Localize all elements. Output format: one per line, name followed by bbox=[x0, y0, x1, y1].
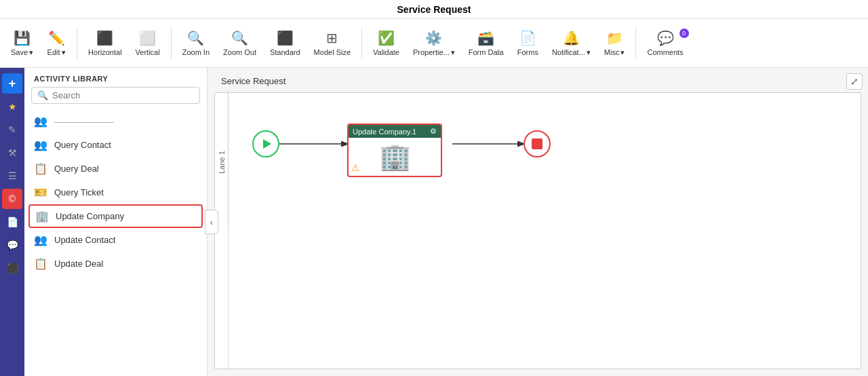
sidebar-add-button[interactable]: + bbox=[2, 73, 22, 94]
zoom-in-button[interactable]: 🔍 Zoom In bbox=[177, 27, 215, 59]
properties-label: Propertie... ▾ bbox=[413, 48, 455, 57]
flow-diagram: Update Company.1 ⚙ ⚠ 🏢 bbox=[229, 93, 861, 369]
update-deal-icon: 📋 bbox=[34, 257, 47, 270]
icon-sidebar: + ★ ✎ ⚒ ☰ © 📄 💬 ⬛ bbox=[0, 68, 24, 376]
properties-button[interactable]: ⚙️ Propertie... ▾ bbox=[408, 27, 460, 60]
toolbar: 💾 Save ▾ ✏️ Edit ▾ ⬛ Horizontal ⬜ Vertic… bbox=[0, 19, 868, 68]
notifications-label: Notificat... ▾ bbox=[552, 48, 591, 57]
query-ticket-label: Query Ticket bbox=[54, 187, 104, 198]
toolbar-divider-2 bbox=[171, 27, 172, 60]
sidebar-tools-icon[interactable]: ⚒ bbox=[2, 143, 22, 163]
form-data-icon: 🗃️ bbox=[477, 30, 494, 46]
form-data-label: Form Data bbox=[469, 48, 504, 56]
standard-icon: ⬛ bbox=[277, 30, 294, 46]
misc-dropdown-icon: ▾ bbox=[620, 48, 625, 57]
model-size-button[interactable]: ⊞ Model Size bbox=[309, 27, 356, 59]
sidebar-circle-icon[interactable]: © bbox=[2, 189, 22, 209]
list-item-update-deal[interactable]: 📋 Update Deal bbox=[24, 252, 207, 276]
comments-label: Comments bbox=[647, 48, 683, 56]
horizontal-button[interactable]: ⬛ Horizontal bbox=[83, 27, 127, 59]
collapse-panel-button[interactable]: ‹ bbox=[205, 210, 218, 234]
flow-end-node[interactable] bbox=[524, 130, 551, 157]
notifications-button[interactable]: 🔔 Notificat... ▾ bbox=[547, 27, 596, 60]
zoom-out-icon: 🔍 bbox=[231, 30, 248, 46]
expand-icon: ⤢ bbox=[850, 76, 859, 87]
list-item-update-contact[interactable]: 👥 Update Contact bbox=[24, 228, 207, 252]
app-title-bar: Service Request bbox=[0, 0, 868, 19]
item-label: ———————— bbox=[54, 117, 114, 126]
validate-button[interactable]: ✅ Validate bbox=[368, 27, 405, 59]
end-node-inner bbox=[532, 138, 542, 149]
app-title: Service Request bbox=[397, 4, 471, 15]
node-gear-icon[interactable]: ⚙ bbox=[430, 127, 437, 136]
toolbar-divider-1 bbox=[77, 27, 77, 60]
sidebar-doc-icon[interactable]: 📄 bbox=[2, 212, 22, 232]
list-item-update-company[interactable]: 🏢 Update Company bbox=[28, 204, 203, 228]
query-ticket-icon: 🎫 bbox=[34, 186, 47, 199]
standard-button[interactable]: ⬛ Standard bbox=[264, 27, 306, 59]
notifications-icon: 🔔 bbox=[563, 30, 580, 46]
update-contact-label: Update Contact bbox=[54, 235, 115, 245]
misc-icon: 📁 bbox=[606, 30, 623, 46]
vertical-button[interactable]: ⬜ Vertical bbox=[130, 27, 165, 59]
update-company-icon: 🏢 bbox=[35, 210, 49, 223]
sidebar-msg-icon[interactable]: 💬 bbox=[2, 235, 22, 255]
toolbar-divider-3 bbox=[361, 27, 362, 60]
activity-library-panel: ACTIVITY LIBRARY 🔍 👥 ———————— 👥 Query Co… bbox=[24, 68, 208, 376]
notifications-dropdown-icon: ▾ bbox=[587, 48, 591, 57]
update-company-label: Update Company bbox=[56, 211, 124, 221]
flow-start-node[interactable] bbox=[252, 130, 279, 157]
forms-button[interactable]: 📄 Forms bbox=[512, 27, 544, 59]
search-icon: 🔍 bbox=[37, 90, 48, 100]
library-list: 👥 ———————— 👥 Query Contact 📋 Query Deal … bbox=[24, 109, 207, 376]
vertical-icon: ⬜ bbox=[139, 30, 156, 46]
node-warning-icon: ⚠ bbox=[351, 162, 360, 173]
save-icon: 💾 bbox=[14, 30, 31, 46]
zoom-in-label: Zoom In bbox=[182, 48, 210, 56]
horizontal-icon: ⬛ bbox=[96, 30, 113, 46]
comments-icon: 💬 bbox=[657, 30, 674, 46]
query-contact-label: Query Contact bbox=[54, 140, 111, 150]
model-size-label: Model Size bbox=[314, 48, 351, 56]
vertical-label: Vertical bbox=[136, 48, 160, 56]
model-size-icon: ⊞ bbox=[326, 30, 338, 46]
library-search-container: 🔍 bbox=[31, 87, 200, 104]
update-contact-icon: 👥 bbox=[34, 233, 47, 246]
save-label: Save ▾ bbox=[11, 48, 33, 57]
update-deal-label: Update Deal bbox=[54, 259, 103, 269]
search-input[interactable] bbox=[52, 90, 194, 100]
collapse-chevron-icon: ‹ bbox=[210, 217, 213, 227]
library-title: ACTIVITY LIBRARY bbox=[24, 68, 207, 87]
toolbar-divider-4 bbox=[635, 27, 636, 60]
forms-icon: 📄 bbox=[519, 30, 536, 46]
canvas-label: Service Request bbox=[221, 76, 285, 86]
zoom-out-label: Zoom Out bbox=[223, 48, 256, 56]
node-title: Update Company.1 bbox=[353, 128, 416, 136]
main-area: + ★ ✎ ⚒ ☰ © 📄 💬 ⬛ ACTIVITY LIBRARY 🔍 👥 —… bbox=[0, 68, 868, 376]
save-button[interactable]: 💾 Save ▾ bbox=[5, 27, 39, 60]
edit-button[interactable]: ✏️ Edit ▾ bbox=[41, 27, 71, 60]
lane-container: Lane 1 bbox=[214, 92, 861, 369]
lane-bottom bbox=[215, 231, 229, 369]
list-item-query-ticket[interactable]: 🎫 Query Ticket bbox=[24, 181, 207, 204]
comments-button[interactable]: 💬 0 Comments bbox=[642, 27, 688, 59]
validate-label: Validate bbox=[373, 48, 399, 56]
list-item-above-query-contact[interactable]: 👥 ———————— bbox=[24, 109, 207, 133]
edit-icon: ✏️ bbox=[48, 30, 65, 46]
misc-button[interactable]: 📁 Misc ▾ bbox=[599, 27, 631, 60]
query-deal-label: Query Deal bbox=[54, 164, 99, 174]
list-item-query-deal[interactable]: 📋 Query Deal bbox=[24, 157, 207, 181]
sidebar-favorites-icon[interactable]: ★ bbox=[2, 96, 22, 117]
canvas-area[interactable]: Service Request ⤢ Lane 1 bbox=[208, 68, 868, 376]
form-data-button[interactable]: 🗃️ Form Data bbox=[463, 27, 509, 59]
zoom-out-button[interactable]: 🔍 Zoom Out bbox=[218, 27, 262, 59]
sidebar-list-icon[interactable]: ☰ bbox=[2, 166, 22, 186]
comments-badge: 0 bbox=[679, 29, 689, 38]
sidebar-edit-icon[interactable]: ✎ bbox=[2, 119, 22, 140]
sidebar-bars-icon[interactable]: ⬛ bbox=[2, 258, 22, 278]
properties-dropdown-icon: ▾ bbox=[451, 48, 455, 57]
list-item-query-contact[interactable]: 👥 Query Contact bbox=[24, 133, 207, 157]
expand-canvas-button[interactable]: ⤢ bbox=[846, 73, 863, 90]
forms-label: Forms bbox=[517, 48, 538, 56]
flow-activity-node[interactable]: Update Company.1 ⚙ ⚠ 🏢 bbox=[347, 124, 442, 177]
